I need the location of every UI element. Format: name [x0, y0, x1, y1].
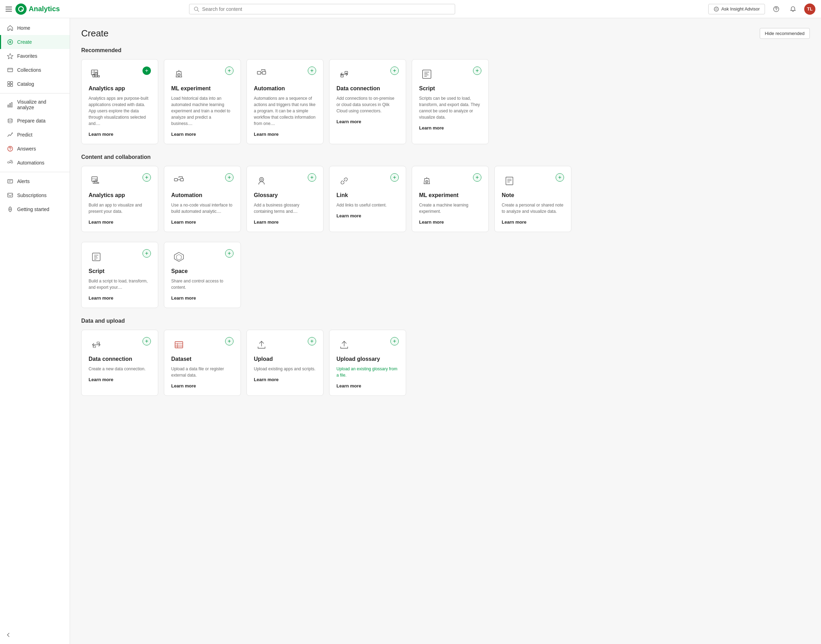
avatar[interactable]: TL [804, 3, 815, 15]
card-learn-automation-rec[interactable]: Learn more [254, 132, 316, 137]
content-collaboration-cards: + Analytics app Build an app to visualiz… [81, 166, 810, 232]
card-learn-note-cc[interactable]: Learn more [502, 219, 564, 225]
qlik-logo[interactable]: Analytics [15, 3, 60, 15]
card-desc-ml-rec: Load historical data into an automated m… [171, 95, 233, 127]
automation-plus-button[interactable]: + [308, 66, 316, 75]
card-data-connection-du[interactable]: + Data connection Create a new data conn… [81, 330, 158, 396]
dataset-icon [171, 337, 187, 353]
card-learn-link-cc[interactable]: Learn more [336, 213, 399, 218]
ml-cc-plus[interactable]: + [473, 173, 481, 182]
hamburger-icon[interactable] [6, 7, 12, 12]
glossary-plus[interactable]: + [308, 173, 316, 182]
automation-cc-plus[interactable]: + [225, 173, 233, 182]
card-learn-analytics-app-rec[interactable]: Learn more [89, 132, 151, 137]
svg-rect-17 [8, 105, 9, 107]
card-link-cc[interactable]: + Link Add links to useful content. Lear… [329, 166, 406, 232]
card-script-cc[interactable]: + Script Build a script to load, transfo… [81, 242, 158, 308]
ml-plus-button[interactable]: + [225, 66, 233, 75]
card-icon-row: + [171, 337, 233, 353]
sidebar-collapse-button[interactable] [0, 629, 70, 641]
svg-point-1 [21, 9, 23, 11]
analytics-app-cc-plus[interactable]: + [143, 173, 151, 182]
upload-glossary-plus[interactable]: + [390, 337, 399, 345]
note-plus[interactable]: + [556, 173, 564, 182]
sidebar-label-answers: Answers [17, 146, 36, 152]
page-title: Create [81, 28, 109, 39]
sidebar-item-visualize[interactable]: Visualize and analyze [0, 95, 70, 114]
script-cc-plus[interactable]: + [143, 249, 151, 258]
card-analytics-app-cc[interactable]: + Analytics app Build an app to visualiz… [81, 166, 158, 232]
card-script-recommended[interactable]: + Script Scripts can be used to load, tr… [412, 59, 489, 144]
sidebar-item-predict[interactable]: Predict [0, 128, 70, 142]
sidebar-item-collections[interactable]: Collections [0, 63, 70, 77]
card-learn-space-cc[interactable]: Learn more [171, 295, 233, 301]
svg-rect-55 [174, 178, 178, 181]
card-ml-experiment-cc[interactable]: + ML experiment Create a machine learnin… [412, 166, 489, 232]
card-icon-row: + [254, 337, 316, 353]
svg-rect-76 [175, 342, 183, 348]
sidebar-item-alerts[interactable]: Alerts [0, 174, 70, 188]
card-learn-ml-cc[interactable]: Learn more [419, 219, 481, 225]
card-learn-glossary-cc[interactable]: Learn more [254, 219, 316, 225]
card-learn-data-connection-rec[interactable]: Learn more [336, 119, 399, 124]
card-icon-row: + [254, 66, 316, 82]
search-bar[interactable] [189, 4, 455, 14]
data-connection-plus-button[interactable]: + [390, 66, 399, 75]
script-plus-button[interactable]: + [473, 66, 481, 75]
card-learn-upload-glossary-du[interactable]: Learn more [336, 383, 399, 388]
card-glossary-cc[interactable]: + Glossary Add a business glossary conta… [247, 166, 324, 232]
card-space-cc[interactable]: + Space Share and control access to cont… [164, 242, 241, 308]
svg-line-3 [198, 10, 199, 12]
analytics-app-plus-button[interactable]: + [143, 66, 151, 75]
card-desc-note-cc: Create a personal or shared note to anal… [502, 202, 564, 215]
card-learn-automation-cc[interactable]: Learn more [171, 219, 233, 225]
card-learn-script-rec[interactable]: Learn more [419, 125, 481, 130]
sidebar-item-subscriptions[interactable]: Subscriptions [0, 188, 70, 202]
card-upload-du[interactable]: + Upload Upload existing apps and script… [247, 330, 324, 396]
data-connection-du-plus[interactable]: + [143, 337, 151, 345]
help-button[interactable] [770, 3, 782, 15]
sidebar-item-getting-started[interactable]: Getting started [0, 202, 70, 216]
card-data-connection-recommended[interactable]: + Data connection Add connections to on-… [329, 59, 406, 144]
card-upload-glossary-du[interactable]: + Upload glossary Upload an existing glo… [329, 330, 406, 396]
upload-plus[interactable]: + [308, 337, 316, 345]
space-icon [171, 249, 187, 265]
space-plus[interactable]: + [225, 249, 233, 258]
upload-glossary-icon [336, 337, 352, 353]
sidebar-item-answers[interactable]: Answers [0, 142, 70, 156]
sidebar: Home Create Favorites [0, 18, 70, 644]
card-learn-dataset-du[interactable]: Learn more [171, 383, 233, 388]
search-input[interactable] [202, 6, 451, 12]
card-learn-upload-du[interactable]: Learn more [254, 377, 316, 382]
sidebar-item-home[interactable]: Home [0, 21, 70, 35]
sidebar-item-create[interactable]: Create [0, 35, 70, 49]
card-icon-row: + [419, 66, 481, 82]
card-dataset-du[interactable]: + Dataset Upload a data file or register… [164, 330, 241, 396]
card-automation-recommended[interactable]: + Automation Automations are a sequence … [247, 59, 324, 144]
card-automation-cc[interactable]: + Automation Use a no-code visual interf… [164, 166, 241, 232]
dataset-plus[interactable]: + [225, 337, 233, 345]
sidebar-item-automations[interactable]: Automations [0, 156, 70, 170]
hide-recommended-button[interactable]: Hide recommended [760, 28, 810, 39]
card-desc-glossary-cc: Add a business glossary containing terms… [254, 202, 316, 215]
notifications-button[interactable] [787, 3, 799, 15]
card-analytics-app-recommended[interactable]: + Analytics app Analytics apps are purpo… [81, 59, 158, 144]
card-learn-analytics-cc[interactable]: Learn more [89, 219, 151, 225]
sidebar-item-catalog[interactable]: Catalog [0, 77, 70, 91]
insight-advisor-button[interactable]: Ask Insight Advisor [708, 4, 765, 14]
card-ml-experiment-recommended[interactable]: + ML experiment Load historical data int… [164, 59, 241, 144]
card-icon-row: + [89, 337, 151, 353]
sidebar-divider-2 [0, 172, 70, 172]
svg-point-59 [261, 179, 262, 181]
card-learn-ml-rec[interactable]: Learn more [171, 132, 233, 137]
svg-rect-56 [180, 178, 183, 181]
link-plus[interactable]: + [390, 173, 399, 182]
qlik-logo-mark [15, 3, 27, 15]
card-learn-script-cc[interactable]: Learn more [89, 295, 151, 301]
card-learn-data-connection-du[interactable]: Learn more [89, 377, 151, 382]
sidebar-item-favorites[interactable]: Favorites [0, 49, 70, 63]
card-note-cc[interactable]: + Note Create a personal or shared note … [494, 166, 571, 232]
svg-point-6 [776, 10, 776, 11]
card-title-script-rec: Script [419, 85, 481, 92]
sidebar-item-prepare[interactable]: Prepare data [0, 114, 70, 128]
